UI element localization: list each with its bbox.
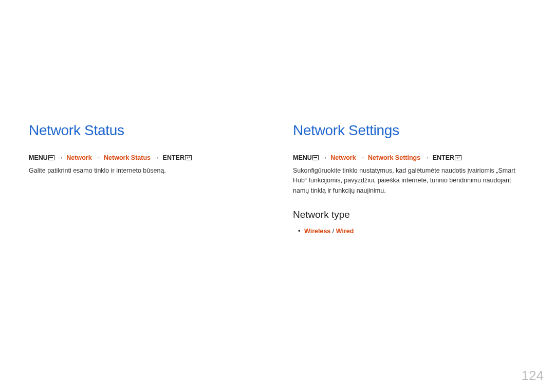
left-column: Network Status MENU → Network → Network … bbox=[29, 122, 262, 235]
menu-icon bbox=[48, 155, 54, 160]
menu-path-settings: MENU → Network → Network Settings → ENTE… bbox=[293, 153, 526, 163]
option-separator: / bbox=[330, 228, 336, 235]
option-wired: Wired bbox=[336, 228, 354, 235]
arrow-icon: → bbox=[359, 154, 365, 161]
arrow-icon: → bbox=[95, 154, 101, 161]
menu-label: MENU bbox=[29, 154, 48, 161]
path-network: Network bbox=[330, 154, 356, 161]
menu-label: MENU bbox=[293, 154, 312, 161]
enter-label: ENTER bbox=[433, 154, 454, 161]
arrow-icon: → bbox=[154, 154, 160, 161]
right-column: Network Settings MENU → Network → Networ… bbox=[293, 122, 526, 235]
heading-network-status: Network Status bbox=[29, 122, 262, 139]
network-type-options: Wireless / Wired bbox=[293, 228, 526, 235]
subheading-network-type: Network type bbox=[293, 209, 526, 220]
arrow-icon: → bbox=[57, 154, 64, 161]
settings-description: Sukonfigūruokite tinklo nustatymus, kad … bbox=[293, 166, 526, 196]
page-number: 124 bbox=[522, 368, 544, 384]
path-network-status: Network Status bbox=[104, 154, 151, 161]
page-content: Network Status MENU → Network → Network … bbox=[0, 0, 555, 235]
option-wireless: Wireless bbox=[304, 228, 330, 235]
arrow-icon: → bbox=[423, 154, 430, 161]
enter-icon bbox=[455, 155, 461, 160]
path-network-settings: Network Settings bbox=[368, 154, 420, 161]
status-description: Galite patikrinti esamo tinklo ir intern… bbox=[29, 166, 262, 176]
menu-icon bbox=[312, 155, 319, 160]
arrow-icon: → bbox=[321, 154, 328, 161]
path-network: Network bbox=[66, 154, 91, 161]
enter-label: ENTER bbox=[163, 154, 184, 161]
enter-icon bbox=[185, 155, 192, 160]
menu-path-status: MENU → Network → Network Status → ENTER bbox=[29, 153, 262, 163]
heading-network-settings: Network Settings bbox=[293, 122, 526, 139]
